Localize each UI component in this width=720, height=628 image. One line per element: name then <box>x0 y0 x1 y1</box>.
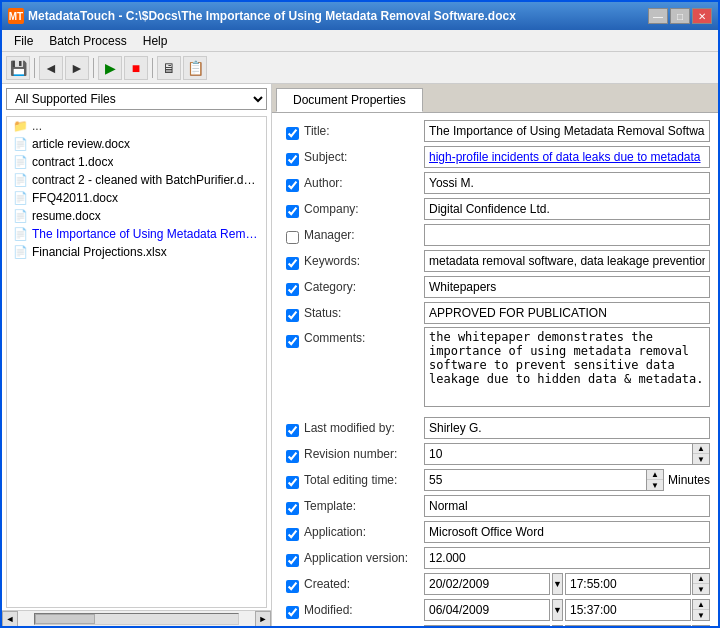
list-item[interactable]: 📄 article review.docx <box>7 135 266 153</box>
scroll-right-btn[interactable]: ► <box>255 611 271 627</box>
list-item[interactable]: 📄 resume.docx <box>7 207 266 225</box>
value-last-modified-by <box>424 417 710 439</box>
checkbox-editing-time[interactable] <box>286 476 299 489</box>
menu-batch-process[interactable]: Batch Process <box>41 32 134 49</box>
file-item-name: contract 2 - cleaned with BatchPurifier.… <box>32 173 260 187</box>
input-category[interactable] <box>424 276 710 298</box>
value-title <box>424 120 710 142</box>
input-last-modified-by[interactable] <box>424 417 710 439</box>
prop-row-subject: Subject: <box>280 145 710 169</box>
spin-revision: ▲ ▼ <box>424 443 710 465</box>
checkbox-last-modified-by[interactable] <box>286 424 299 437</box>
input-modified-time[interactable] <box>565 599 691 621</box>
spin-up-revision[interactable]: ▲ <box>693 444 709 454</box>
label-keywords: Keywords: <box>304 251 424 271</box>
file-type-dropdown[interactable]: All Supported Files <box>6 88 267 110</box>
spin-up-editing-time[interactable]: ▲ <box>647 470 663 480</box>
prop-check-template <box>280 498 304 515</box>
checkbox-modified[interactable] <box>286 606 299 619</box>
menu-help[interactable]: Help <box>135 32 176 49</box>
prop-check-title <box>280 123 304 140</box>
list-item[interactable]: 📄 contract 2 - cleaned with BatchPurifie… <box>7 171 266 189</box>
checkbox-status[interactable] <box>286 309 299 322</box>
prop-check-keywords <box>280 253 304 270</box>
scroll-left-btn[interactable]: ◄ <box>2 611 18 627</box>
refresh-button[interactable]: ▶ <box>98 56 122 80</box>
forward-button[interactable]: ► <box>65 56 89 80</box>
tab-document-properties[interactable]: Document Properties <box>276 88 423 112</box>
spin-down-modified[interactable]: ▼ <box>693 610 709 620</box>
save-button[interactable]: 💾 <box>6 56 30 80</box>
back-button[interactable]: ◄ <box>39 56 63 80</box>
toolbar-separator-3 <box>152 58 153 78</box>
checkbox-template[interactable] <box>286 502 299 515</box>
value-application <box>424 521 710 543</box>
checkbox-created[interactable] <box>286 580 299 593</box>
input-company[interactable] <box>424 198 710 220</box>
input-application[interactable] <box>424 521 710 543</box>
input-app-version[interactable] <box>424 547 710 569</box>
value-manager <box>424 224 710 246</box>
checkbox-subject[interactable] <box>286 153 299 166</box>
horizontal-scrollbar[interactable]: ◄ ► <box>2 610 271 626</box>
spin-down-revision[interactable]: ▼ <box>693 454 709 464</box>
checkbox-title[interactable] <box>286 127 299 140</box>
calendar-btn-last-printed[interactable]: ▼ <box>552 625 563 626</box>
input-revision[interactable] <box>424 443 693 465</box>
properties-panel: Title: Subject: <box>272 113 718 626</box>
prop-check-comments <box>280 327 304 348</box>
input-last-printed-date[interactable] <box>424 625 550 626</box>
main-window: MT MetadataTouch - C:\$Docs\The Importan… <box>0 0 720 628</box>
list-item[interactable]: 📄 contract 1.docx <box>7 153 266 171</box>
input-comments[interactable]: the whitepaper demonstrates the importan… <box>424 327 710 407</box>
checkbox-app-version[interactable] <box>286 554 299 567</box>
input-template[interactable] <box>424 495 710 517</box>
stop-button[interactable]: ■ <box>124 56 148 80</box>
close-button[interactable]: ✕ <box>692 8 712 24</box>
menu-file[interactable]: File <box>6 32 41 49</box>
list-item[interactable]: 📄 FFQ42011.docx <box>7 189 266 207</box>
label-last-modified-by: Last modified by: <box>304 418 424 438</box>
input-status[interactable] <box>424 302 710 324</box>
list-item-selected[interactable]: 📄 The Importance of Using Metadata Remov… <box>7 225 266 243</box>
spin-down-editing-time[interactable]: ▼ <box>647 480 663 490</box>
checkbox-company[interactable] <box>286 205 299 218</box>
calendar-btn-created[interactable]: ▼ <box>552 573 563 595</box>
file-item-name: Financial Projections.xlsx <box>32 245 167 259</box>
spin-down-created[interactable]: ▼ <box>693 584 709 594</box>
prop-row-modified: Modified: ▼ ▲ ▼ <box>280 598 710 622</box>
input-created-date[interactable] <box>424 573 550 595</box>
spin-up-created[interactable]: ▲ <box>693 574 709 584</box>
scroll-track[interactable] <box>34 613 239 625</box>
label-app-version: Application version: <box>304 548 424 568</box>
input-manager[interactable] <box>424 224 710 246</box>
checkbox-comments[interactable] <box>286 335 299 348</box>
label-comments: Comments: <box>304 327 424 348</box>
checkbox-revision[interactable] <box>286 450 299 463</box>
spin-up-modified[interactable]: ▲ <box>693 600 709 610</box>
minimize-button[interactable]: — <box>648 8 668 24</box>
input-subject[interactable] <box>424 146 710 168</box>
input-editing-time[interactable] <box>424 469 647 491</box>
checkbox-manager[interactable] <box>286 231 299 244</box>
label-revision: Revision number: <box>304 444 424 464</box>
input-keywords[interactable] <box>424 250 710 272</box>
checkbox-keywords[interactable] <box>286 257 299 270</box>
checkbox-category[interactable] <box>286 283 299 296</box>
calendar-btn-modified[interactable]: ▼ <box>552 599 563 621</box>
doc-button[interactable]: 📋 <box>183 56 207 80</box>
input-author[interactable] <box>424 172 710 194</box>
maximize-button[interactable]: □ <box>670 8 690 24</box>
input-title[interactable] <box>424 120 710 142</box>
input-created-time[interactable] <box>565 573 691 595</box>
spin-buttons-editing-time: ▲ ▼ <box>646 469 664 491</box>
checkbox-application[interactable] <box>286 528 299 541</box>
input-modified-date[interactable] <box>424 599 550 621</box>
input-last-printed-time[interactable] <box>565 625 691 626</box>
label-editing-time: Total editing time: <box>304 470 424 490</box>
list-item[interactable]: 📁 ... <box>7 117 266 135</box>
list-item[interactable]: 📄 Financial Projections.xlsx <box>7 243 266 261</box>
view-button[interactable]: 🖥 <box>157 56 181 80</box>
prop-check-last-modified-by <box>280 420 304 437</box>
checkbox-author[interactable] <box>286 179 299 192</box>
